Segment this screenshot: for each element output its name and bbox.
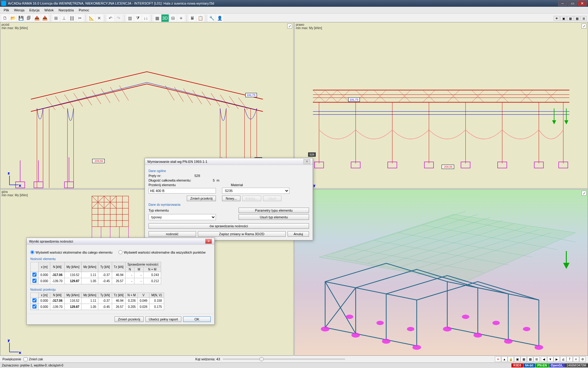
utworz-raport-button[interactable]: Utwórz pełny raport	[145, 316, 181, 322]
lista-punktow-button[interactable]: ów sprawdzania nośności	[149, 223, 309, 229]
nav-layers-icon[interactable]: ≡	[573, 356, 579, 362]
zmien-checkbox[interactable]	[24, 357, 28, 361]
expand-icon[interactable]: ⤢	[582, 191, 586, 196]
redo-icon[interactable]: ↷	[115, 14, 122, 22]
loads-icon[interactable]: ↓↓	[142, 14, 149, 22]
dialog-titlebar[interactable]: Wymiarowanie stali wg PN-EN 1993-1-1 ✕	[145, 158, 313, 165]
measure-icon[interactable]: 📐	[88, 14, 95, 22]
nav-left-icon[interactable]: ◀	[541, 356, 547, 362]
menu-edycja[interactable]: Edycja	[27, 8, 42, 13]
dialog-titlebar[interactable]: Wyniki sprawdzenia nośności ✕	[27, 238, 214, 245]
status-opengl: OpenGL	[549, 363, 565, 367]
nav-down-icon[interactable]: ▼	[547, 356, 553, 362]
nav-print-icon[interactable]: 🖨	[560, 356, 566, 362]
nav-text-icon[interactable]: T	[567, 356, 573, 362]
3d-icon[interactable]: 3D	[161, 14, 169, 22]
przekroj-input[interactable]	[149, 188, 216, 194]
undo-icon[interactable]: ↶	[107, 14, 114, 22]
export-icon[interactable]: 📤	[33, 14, 40, 22]
nav-grid4-icon[interactable]: ⊞	[533, 356, 540, 362]
zmien-przekroj-button[interactable]: Zmień przekrój	[187, 196, 216, 201]
saveall-icon[interactable]: 🗐	[25, 14, 32, 22]
menu-widok[interactable]: Widok	[42, 8, 56, 13]
dialog-close-button[interactable]: ✕	[205, 239, 212, 244]
axes-icon[interactable]: ⊥	[60, 14, 68, 22]
nav-lock-icon[interactable]: 🔒	[508, 356, 514, 362]
row-checkbox[interactable]	[32, 279, 36, 283]
viewport-3d[interactable]: ⤢	[294, 189, 588, 356]
nav-right-icon[interactable]: ▶	[554, 356, 560, 362]
close-button[interactable]: ✕	[578, 1, 587, 6]
grid-icon[interactable]: ⊞	[52, 14, 60, 22]
expand-icon[interactable]: ⤢	[582, 24, 586, 29]
view2-icon[interactable]: ▣	[560, 16, 567, 21]
nav-up-icon[interactable]: ▲	[501, 356, 507, 362]
material-label: Materiał	[231, 183, 243, 187]
maximize-button[interactable]: ▭	[568, 1, 577, 6]
radio-caly-element[interactable]: Wyświetl wartości ekstremalne dla całego…	[30, 250, 112, 254]
nav-x-icon[interactable]: ✕	[495, 356, 501, 362]
status-memory: 1466M/3470M	[565, 363, 588, 367]
ok-button[interactable]: OK	[183, 316, 211, 322]
view1-icon[interactable]: 👁	[554, 16, 560, 21]
row-checkbox[interactable]	[32, 305, 36, 309]
table-row[interactable]: 0.000-139.70129.871.05-0.4526.57--0.212	[31, 278, 161, 284]
view4-icon[interactable]: ▩	[574, 16, 580, 21]
cut-icon[interactable]: ✂	[76, 14, 84, 22]
zapisz-button[interactable]: Zapisz zmiany w Rama 3D/2D	[198, 231, 286, 237]
import-icon[interactable]: 📥	[41, 14, 48, 22]
save-icon[interactable]: 💾	[17, 14, 24, 22]
menu-plik[interactable]: Plik	[1, 8, 12, 13]
edytuj-button[interactable]: Edytuj...	[242, 196, 261, 201]
row-checkbox[interactable]	[32, 298, 36, 302]
row-checkbox[interactable]	[32, 273, 36, 277]
nav-grid3-icon[interactable]: ▩	[527, 356, 533, 362]
nosnosc-button[interactable]: nośność	[149, 231, 196, 237]
table-row[interactable]: 0.000-317.06116.521.11-0.3746.940.2260.0…	[31, 298, 164, 304]
new-icon[interactable]: 🗋	[1, 14, 9, 22]
param-typu-button[interactable]: Parametry typu elementu	[239, 208, 309, 213]
svg-point-152	[407, 327, 414, 331]
calculator-icon[interactable]: 🖩	[189, 14, 196, 22]
nowy-button[interactable]: Nowy...	[222, 196, 240, 201]
svg-line-13	[74, 93, 83, 107]
usun-typ-button[interactable]: Usuń typ elementu	[239, 214, 309, 220]
user-icon[interactable]: 👤	[216, 14, 223, 22]
columns-icon[interactable]: ‖‖	[68, 14, 76, 22]
expand-icon[interactable]: ⤢	[287, 24, 292, 29]
view3-icon[interactable]: ▦	[567, 16, 573, 21]
nav-settings-icon[interactable]: ⚙	[579, 356, 586, 362]
minimize-button[interactable]: –	[558, 1, 567, 6]
view5-icon[interactable]: ⊞	[581, 16, 587, 21]
open-icon[interactable]: 📂	[9, 14, 17, 22]
menu-narzedzia[interactable]: Narzędzia	[56, 8, 76, 13]
report-icon[interactable]: 📋	[197, 14, 204, 22]
results-icon[interactable]: ⊟	[169, 14, 177, 22]
calc-icon[interactable]: ▥	[126, 14, 134, 22]
viewport-label: przód min max: My [kNm]	[2, 23, 28, 30]
radio-wszystkie-punkty[interactable]: Wyświetl wartości ekstremalne dla wszyst…	[119, 250, 205, 254]
typ-label: Typ elementu	[149, 209, 169, 212]
typ-select[interactable]: typowy	[149, 214, 216, 220]
table-row[interactable]: 0.000-139.70129.871.05-0.4526.570.2050.0…	[31, 304, 164, 310]
anuluj-button[interactable]: Anuluj	[288, 231, 309, 237]
dialog-close-button[interactable]: ✕	[303, 159, 310, 164]
settings-icon[interactable]: 🔧	[208, 14, 215, 22]
usun-button[interactable]: Usuń	[263, 196, 281, 201]
table-icon[interactable]: ▦	[153, 14, 161, 22]
material-select[interactable]: S235	[222, 188, 289, 194]
nav-grid2-icon[interactable]: ▦	[521, 356, 527, 362]
nav-grid1-icon[interactable]: ▣	[514, 356, 520, 362]
menu-pomoc[interactable]: Pomoc	[76, 8, 92, 13]
view-nav-buttons2: ◀ ▼ ▶ 🖨 T ≡ ⚙	[541, 356, 586, 362]
zmien-przekroj-button[interactable]: Zmień przekrój	[115, 316, 144, 322]
section-nosnosc-elementu: Nośność elementu	[30, 257, 211, 261]
viewport-right[interactable]: prawo min max: My [kNm] ⤢	[294, 22, 588, 189]
filter-icon[interactable]: ⧩	[134, 14, 141, 22]
viewport-label: prawo min max: My [kNm]	[296, 23, 322, 30]
menu-wersja[interactable]: Wersja	[12, 8, 27, 13]
table-row[interactable]: 0.000-317.06116.521.11-0.3746.94--0.243	[31, 272, 161, 278]
delete-icon[interactable]: ✕	[96, 14, 103, 22]
check-icon[interactable]: ≡	[177, 14, 185, 22]
angle-slider[interactable]	[223, 358, 345, 360]
